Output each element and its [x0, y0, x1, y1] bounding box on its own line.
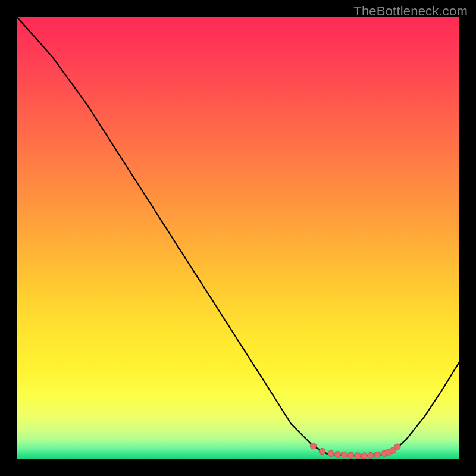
plot-area	[17, 17, 459, 459]
background-gradient	[17, 17, 459, 459]
chart-frame: TheBottleneck.com	[0, 0, 476, 476]
watermark-text: TheBottleneck.com	[353, 4, 468, 19]
